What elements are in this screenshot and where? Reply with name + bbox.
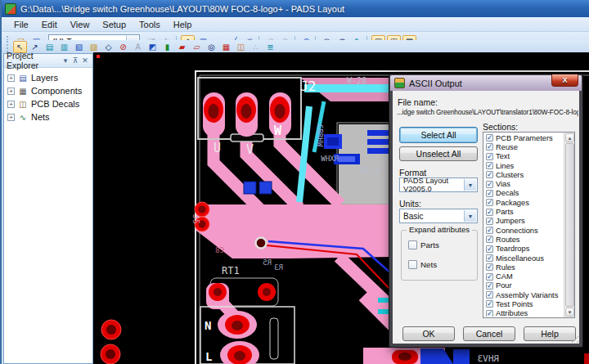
section-checkbox[interactable] xyxy=(486,181,493,188)
expand-attributes-group: Expand attributes Parts Nets xyxy=(401,230,478,281)
tree-item-pcb-decals[interactable]: ◫ PCB Decals xyxy=(6,97,91,110)
section-checkbox[interactable] xyxy=(486,263,493,271)
menu-item[interactable]: Tools xyxy=(133,19,166,30)
expand-icon[interactable] xyxy=(7,88,15,95)
dynamic-route-icon[interactable]: ▱ xyxy=(190,41,204,53)
ok-button[interactable]: OK xyxy=(402,326,455,341)
section-checkbox[interactable] xyxy=(486,273,493,281)
scroll-down-icon[interactable]: ▼ xyxy=(565,308,574,317)
expand-icon[interactable] xyxy=(7,74,15,82)
section-row[interactable]: Routes xyxy=(484,235,563,244)
svg-text:W-28: W-28 xyxy=(347,76,366,85)
menu-item[interactable]: View xyxy=(65,19,96,30)
section-row[interactable]: Pour xyxy=(484,281,563,290)
pin-icon[interactable]: ⊼ xyxy=(70,56,80,65)
pcb-decals-icon: ◫ xyxy=(17,100,29,109)
component-icon[interactable]: ▮ xyxy=(160,41,174,53)
expand-parts-row[interactable]: Parts xyxy=(408,240,439,249)
text-icon[interactable]: A xyxy=(131,41,145,53)
tree-item-components[interactable]: ▦ Components xyxy=(6,84,91,97)
section-checkbox[interactable] xyxy=(486,199,493,206)
section-checkbox[interactable] xyxy=(486,153,493,160)
section-row[interactable]: Lines xyxy=(484,161,563,170)
section-checkbox[interactable] xyxy=(486,254,493,262)
dialog-close-button[interactable]: X xyxy=(551,74,578,87)
project-explorer-header[interactable]: Project Explorer ▾ ⊼ ✕ xyxy=(4,54,92,68)
move-icon[interactable]: ▧ xyxy=(72,41,86,53)
section-checkbox[interactable] xyxy=(486,310,493,317)
tree-item-layers[interactable]: ▤ Layers xyxy=(6,71,91,84)
section-checkbox[interactable] xyxy=(486,245,493,253)
pads-layout-window: G:\Data\...\Bridge switch Greenhouse\LAY… xyxy=(0,0,589,364)
nets-checkbox[interactable] xyxy=(408,260,417,269)
panel-menu-icon[interactable]: ▾ xyxy=(61,56,70,65)
section-row[interactable]: Test Points xyxy=(484,299,563,308)
svg-text:V: V xyxy=(246,142,254,157)
window-titlebar[interactable]: G:\Data\...\Bridge switch Greenhouse\LAY… xyxy=(2,0,589,17)
unselect-all-button[interactable]: Unselect All xyxy=(399,146,478,161)
section-row[interactable]: Clusters xyxy=(484,170,563,179)
section-row[interactable]: Teardrops xyxy=(484,245,563,254)
scroll-thumb[interactable] xyxy=(565,143,574,307)
dimension-icon[interactable]: ∴ xyxy=(249,41,263,53)
section-checkbox[interactable] xyxy=(486,162,493,169)
menu-item[interactable]: Setup xyxy=(97,19,132,30)
expand-icon[interactable] xyxy=(7,114,15,121)
section-row[interactable]: Attributes xyxy=(484,309,563,317)
section-row[interactable]: Connections xyxy=(484,226,563,235)
sections-scrollbar[interactable]: ▲ ▼ xyxy=(564,133,574,317)
section-row[interactable]: Decals xyxy=(484,189,563,198)
expand-icon[interactable] xyxy=(7,101,15,108)
section-row[interactable]: Text xyxy=(484,152,563,161)
list-icon[interactable]: ≣ xyxy=(263,41,277,53)
section-checkbox[interactable] xyxy=(486,190,493,197)
section-label: Routes xyxy=(496,236,519,244)
help-button[interactable]: Help xyxy=(524,326,576,341)
section-checkbox[interactable] xyxy=(486,300,493,308)
units-value: Basic xyxy=(403,212,423,221)
expand-nets-row[interactable]: Nets xyxy=(408,260,437,269)
section-row[interactable]: Reuse xyxy=(484,142,563,151)
section-checkbox[interactable] xyxy=(486,227,493,234)
section-row[interactable]: Jumpers xyxy=(484,217,563,226)
section-row[interactable]: Miscellaneous xyxy=(484,254,563,263)
menu-item[interactable]: Edit xyxy=(36,19,63,30)
section-label: Pour xyxy=(496,281,512,290)
rotate-icon[interactable]: ▨ xyxy=(87,41,101,53)
format-dropdown[interactable]: PADS Layout V2005.0 ▼ xyxy=(399,178,478,192)
section-checkbox[interactable] xyxy=(486,143,493,151)
section-checkbox[interactable] xyxy=(486,134,493,142)
tree-item-label: PCB Decals xyxy=(31,99,79,109)
section-checkbox[interactable] xyxy=(486,236,493,243)
section-checkbox[interactable] xyxy=(486,291,493,299)
section-row[interactable]: Assembly Variants xyxy=(484,290,563,299)
route-icon[interactable]: ▰ xyxy=(175,41,189,53)
section-row[interactable]: Packages xyxy=(484,198,563,207)
section-checkbox[interactable] xyxy=(486,209,493,216)
sections-list[interactable]: PCB Parameters Reuse Text Lines Clusters xyxy=(484,133,563,317)
section-row[interactable]: CAM xyxy=(484,272,563,281)
keepout-icon[interactable]: ▦ xyxy=(219,41,233,53)
flip-icon[interactable]: ◇ xyxy=(101,41,115,53)
jumper-icon[interactable]: ◫ xyxy=(234,41,248,53)
section-checkbox[interactable] xyxy=(486,282,493,290)
section-checkbox[interactable] xyxy=(486,171,493,178)
section-row[interactable]: Rules xyxy=(484,263,563,272)
section-checkbox[interactable] xyxy=(486,218,493,225)
cancel-button[interactable]: Cancel xyxy=(463,326,515,341)
menu-item[interactable]: Help xyxy=(168,19,198,30)
dialog-icon xyxy=(394,78,405,88)
close-icon[interactable]: ✕ xyxy=(80,56,90,65)
menu-item[interactable]: File xyxy=(8,19,34,30)
parts-checkbox[interactable] xyxy=(408,240,417,249)
scroll-up-icon[interactable]: ▲ xyxy=(565,133,574,142)
section-row[interactable]: Vias xyxy=(484,179,563,188)
via-icon[interactable]: ◎ xyxy=(205,41,218,53)
section-row[interactable]: Parts xyxy=(484,207,563,216)
delete-icon[interactable]: ⊘ xyxy=(116,41,130,53)
units-dropdown[interactable]: Basic ▼ xyxy=(399,209,478,223)
tree-item-nets[interactable]: ∿ Nets xyxy=(6,110,91,124)
label-icon[interactable]: ◩ xyxy=(146,41,160,53)
select-all-button[interactable]: Select All xyxy=(399,127,478,143)
section-row[interactable]: PCB Parameters xyxy=(484,133,563,142)
